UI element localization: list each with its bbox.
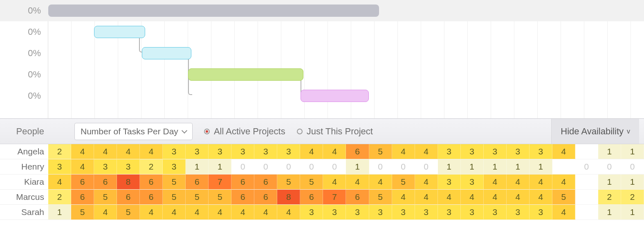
heatmap-cell[interactable]: 0 — [598, 159, 621, 174]
heatmap-cell[interactable]: 4 — [209, 205, 231, 220]
heatmap-cell[interactable]: 1 — [598, 205, 621, 220]
heatmap-cell[interactable]: 2 — [621, 190, 644, 205]
heatmap-cell[interactable]: 3 — [438, 174, 461, 190]
heatmap-cell[interactable]: 3 — [346, 205, 369, 220]
heatmap-cell[interactable]: 1 — [621, 174, 644, 190]
heatmap-cell[interactable]: 1 — [209, 159, 231, 174]
heatmap-cell[interactable]: 4 — [94, 144, 117, 159]
heatmap-cell[interactable]: 4 — [277, 205, 300, 220]
gantt-bar[interactable] — [48, 5, 379, 17]
heatmap-empty-cell[interactable] — [575, 190, 598, 205]
heatmap-cell[interactable]: 4 — [484, 174, 507, 190]
heatmap-cell[interactable]: 3 — [369, 205, 392, 220]
heatmap-cell[interactable]: 6 — [117, 190, 140, 205]
heatmap-cell[interactable]: 3 — [163, 144, 186, 159]
heatmap-cell[interactable]: 0 — [575, 159, 598, 174]
heatmap-cell[interactable]: 3 — [484, 144, 507, 159]
heatmap-cell[interactable]: 4 — [392, 190, 415, 205]
gantt-bar[interactable] — [142, 47, 191, 59]
heatmap-cell[interactable]: 5 — [552, 190, 575, 205]
heatmap-cell[interactable]: 5 — [392, 174, 415, 190]
heatmap-cell[interactable]: 4 — [94, 205, 117, 220]
heatmap-cell[interactable]: 1 — [507, 159, 530, 174]
heatmap-cell[interactable]: 6 — [254, 174, 277, 190]
heatmap-cell[interactable]: 5 — [300, 174, 323, 190]
heatmap-cell[interactable]: 0 — [415, 159, 438, 174]
heatmap-cell[interactable]: 1 — [484, 159, 507, 174]
heatmap-cell[interactable]: 4 — [552, 205, 575, 220]
heatmap-cell[interactable]: 1 — [48, 205, 71, 220]
heatmap-cell[interactable]: 4 — [392, 144, 415, 159]
heatmap-cell[interactable]: 0 — [277, 159, 300, 174]
heatmap-cell[interactable]: 3 — [530, 205, 552, 220]
heatmap-cell[interactable]: 3 — [415, 205, 438, 220]
heatmap-empty-cell[interactable] — [575, 144, 598, 159]
hide-availability-button[interactable]: Hide Availability v — [551, 119, 639, 144]
gantt-bar[interactable] — [301, 90, 369, 102]
gantt-chart[interactable]: 0%0%0%0%0% — [0, 0, 644, 119]
heatmap-cell[interactable]: 3 — [231, 144, 254, 159]
heatmap-cell[interactable]: 3 — [461, 174, 484, 190]
heatmap-cell[interactable]: 4 — [530, 190, 552, 205]
heatmap-cell[interactable]: 4 — [346, 174, 369, 190]
heatmap-cell[interactable]: 3 — [117, 159, 140, 174]
heatmap-cell[interactable]: 5 — [163, 190, 186, 205]
heatmap-cell[interactable]: 2 — [48, 144, 71, 159]
heatmap-cell[interactable]: 0 — [392, 159, 415, 174]
heatmap-cell[interactable]: 2 — [48, 190, 71, 205]
heatmap-cell[interactable]: 3 — [530, 144, 552, 159]
heatmap-cell[interactable]: 3 — [254, 144, 277, 159]
heatmap-cell[interactable]: 6 — [346, 190, 369, 205]
heatmap-cell[interactable]: 4 — [530, 174, 552, 190]
heatmap-cell[interactable]: 4 — [415, 144, 438, 159]
heatmap-cell[interactable]: 7 — [209, 174, 231, 190]
heatmap-cell[interactable]: 4 — [323, 174, 346, 190]
heatmap-cell[interactable]: 4 — [186, 205, 209, 220]
heatmap-cell[interactable]: 6 — [231, 190, 254, 205]
heatmap-cell[interactable]: 7 — [323, 190, 346, 205]
heatmap-cell[interactable]: 3 — [209, 144, 231, 159]
heatmap-cell[interactable]: 5 — [117, 205, 140, 220]
heatmap-cell[interactable]: 3 — [507, 144, 530, 159]
gantt-bar[interactable] — [188, 68, 303, 81]
heatmap-cell[interactable]: 3 — [94, 159, 117, 174]
heatmap-cell[interactable]: 3 — [484, 205, 507, 220]
heatmap-cell[interactable]: 5 — [71, 205, 94, 220]
heatmap-empty-cell[interactable] — [575, 205, 598, 220]
heatmap-cell[interactable]: 4 — [415, 174, 438, 190]
heatmap-cell[interactable]: 3 — [461, 144, 484, 159]
heatmap-empty-cell[interactable] — [575, 174, 598, 190]
heatmap-cell[interactable]: 4 — [254, 205, 277, 220]
radio-all-active-projects[interactable]: All Active Projects — [204, 126, 285, 137]
radio-just-this-project[interactable]: Just This Project — [297, 126, 373, 137]
heatmap-cell[interactable]: 6 — [254, 190, 277, 205]
heatmap-cell[interactable]: 6 — [186, 174, 209, 190]
heatmap-cell[interactable]: 6 — [71, 190, 94, 205]
heatmap-cell[interactable]: 0 — [621, 159, 644, 174]
heatmap-cell[interactable]: 1 — [598, 144, 621, 159]
heatmap-cell[interactable]: 0 — [254, 159, 277, 174]
heatmap-cell[interactable]: 3 — [300, 205, 323, 220]
heatmap-cell[interactable]: 0 — [231, 159, 254, 174]
heatmap-cell[interactable]: 1 — [438, 159, 461, 174]
heatmap-cell[interactable]: 4 — [71, 144, 94, 159]
heatmap-cell[interactable]: 4 — [369, 174, 392, 190]
heatmap-cell[interactable]: 6 — [346, 144, 369, 159]
heatmap-cell[interactable]: 0 — [369, 159, 392, 174]
heatmap-cell[interactable]: 1 — [598, 174, 621, 190]
heatmap-cell[interactable]: 3 — [323, 205, 346, 220]
heatmap-cell[interactable]: 6 — [140, 190, 163, 205]
heatmap-cell[interactable]: 4 — [323, 144, 346, 159]
heatmap-cell[interactable]: 4 — [71, 159, 94, 174]
heatmap-cell[interactable]: 4 — [507, 174, 530, 190]
heatmap-cell[interactable]: 1 — [346, 159, 369, 174]
heatmap-cell[interactable]: 4 — [140, 205, 163, 220]
heatmap-cell[interactable]: 3 — [461, 205, 484, 220]
heatmap-cell[interactable]: 5 — [277, 174, 300, 190]
heatmap-cell[interactable]: 4 — [231, 205, 254, 220]
heatmap-cell[interactable]: 1 — [621, 144, 644, 159]
heatmap-cell[interactable]: 1 — [186, 159, 209, 174]
heatmap-cell[interactable]: 4 — [438, 190, 461, 205]
heatmap-cell[interactable]: 0 — [300, 159, 323, 174]
heatmap-cell[interactable]: 3 — [507, 205, 530, 220]
